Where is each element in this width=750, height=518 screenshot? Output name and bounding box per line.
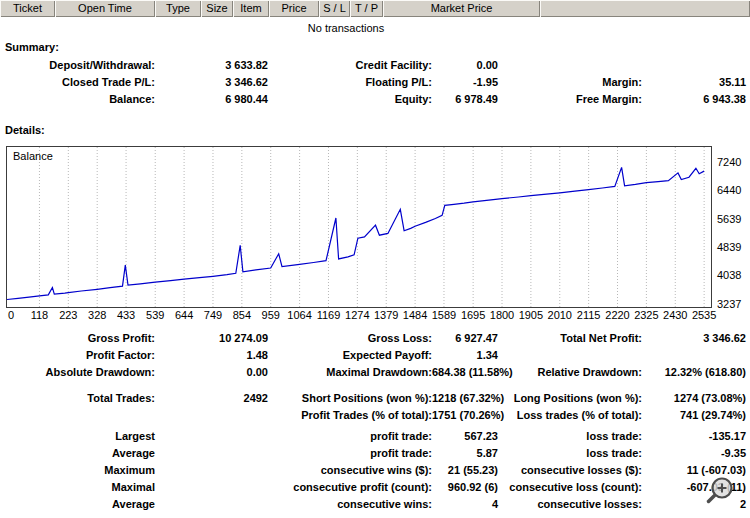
value: 1274 (73.08%) — [642, 390, 748, 407]
x-axis-label: 2115 — [577, 310, 601, 321]
table-header: TicketOpen TimeTypeSizeItemPriceS / LT /… — [0, 0, 750, 17]
label: Long Positions (won %): — [500, 390, 642, 407]
label: Absolute Drawdown: — [0, 364, 155, 381]
value: 0.00 — [432, 57, 500, 74]
header-cell-type: Type — [155, 0, 201, 17]
data-row: Maximumconsecutive wins ($):21 (55.23)co… — [0, 462, 748, 479]
chart-y-axis: 724064405639483940383237 — [717, 146, 750, 308]
value: 960.92 (6) — [432, 479, 500, 496]
x-axis-label: 223 — [59, 310, 77, 321]
data-row: Total Trades:2492Short Positions (won %)… — [0, 390, 748, 407]
value: 5.87 — [432, 445, 500, 462]
x-axis-label: 0 — [8, 310, 14, 321]
data-row: Profit Factor:1.48Expected Payoff:1.34 — [0, 347, 748, 364]
x-axis-label: 1589 — [432, 310, 456, 321]
summary-grid: Deposit/Withdrawal:3 633.82Credit Facili… — [0, 57, 748, 108]
header-cell-size: Size — [201, 0, 233, 17]
x-axis-label: 539 — [146, 310, 164, 321]
value: 6 978.49 — [432, 91, 500, 108]
header-cell-item: Item — [233, 0, 269, 17]
label: loss trade: — [500, 445, 642, 462]
header-cell-sl: S / L — [319, 0, 350, 17]
x-axis-label: 1169 — [317, 310, 341, 321]
data-row: Largestprofit trade:567.23loss trade:-13… — [0, 428, 748, 445]
y-axis-label: 7240 — [717, 157, 741, 168]
value: 3 633.82 — [155, 57, 270, 74]
data-row: Balance:6 980.44Equity:6 978.49Free Marg… — [0, 91, 748, 108]
value: 21 (55.23) — [432, 462, 500, 479]
value: 567.23 — [432, 428, 500, 445]
label: Average — [0, 445, 155, 462]
label: Maximum — [0, 462, 155, 479]
value — [155, 462, 270, 479]
label: Balance: — [0, 91, 155, 108]
value: -9.35 — [642, 445, 748, 462]
value: 6 943.38 — [642, 91, 748, 108]
value: 4 — [432, 496, 500, 513]
label: Relative Drawdown: — [500, 364, 642, 381]
label: Total Trades: — [0, 390, 155, 407]
label: Profit Factor: — [0, 347, 155, 364]
stats-grid: Gross Profit:10 274.09Gross Loss:6 927.4… — [0, 330, 748, 513]
label: Profit Trades (% of total): — [270, 407, 432, 424]
x-axis-label: 2010 — [548, 310, 572, 321]
x-axis-label: 644 — [175, 310, 193, 321]
zoom-in-icon[interactable] — [704, 476, 736, 508]
label: consecutive loss (count): — [500, 479, 642, 496]
chart-canvas — [7, 147, 711, 307]
value: 3 346.62 — [642, 330, 748, 347]
data-row: Closed Trade P/L:3 346.62Floating P/L:-1… — [0, 74, 748, 91]
value: -1.95 — [432, 74, 500, 91]
label: consecutive wins: — [270, 496, 432, 513]
label: consecutive wins ($): — [270, 462, 432, 479]
value: 1.34 — [432, 347, 500, 364]
value: 35.11 — [642, 74, 748, 91]
label: Maximal — [0, 479, 155, 496]
value — [155, 496, 270, 513]
label: Floating P/L: — [270, 74, 432, 91]
value: 741 (29.74%) — [642, 407, 748, 424]
label: Closed Trade P/L: — [0, 74, 155, 91]
value: 1.48 — [155, 347, 270, 364]
header-cell-ticket: Ticket — [0, 0, 55, 17]
x-axis-label: 328 — [88, 310, 106, 321]
value — [155, 407, 270, 424]
label: Credit Facility: — [270, 57, 432, 74]
label: Gross Profit: — [0, 330, 155, 347]
header-cell-open-time: Open Time — [55, 0, 155, 17]
value: 2492 — [155, 390, 270, 407]
x-axis-label: 1064 — [287, 310, 311, 321]
x-axis-label: 854 — [233, 310, 251, 321]
details-title: Details: — [5, 124, 45, 136]
x-axis-label: 2220 — [605, 310, 629, 321]
data-row: Maximalconsecutive profit (count):960.92… — [0, 479, 748, 496]
x-axis-label: 1800 — [490, 310, 514, 321]
label: Average — [0, 496, 155, 513]
data-row: Deposit/Withdrawal:3 633.82Credit Facili… — [0, 57, 748, 74]
balance-line — [7, 167, 704, 299]
y-axis-label: 5639 — [717, 214, 741, 225]
y-axis-label: 4839 — [717, 242, 741, 253]
value — [642, 57, 748, 74]
value: 10 274.09 — [155, 330, 270, 347]
summary-title: Summary: — [5, 41, 59, 53]
label: consecutive profit (count): — [270, 479, 432, 496]
label: Short Positions (won %): — [270, 390, 432, 407]
header-cell-market-price: Market Price — [383, 0, 540, 17]
header-cell-price: Price — [269, 0, 319, 17]
x-axis-label: 118 — [31, 310, 49, 321]
label — [0, 407, 155, 424]
label: loss trade: — [500, 428, 642, 445]
x-axis-label: 2430 — [663, 310, 687, 321]
value: 684.38 (11.58%) — [432, 364, 500, 381]
value — [155, 479, 270, 496]
value: 0.00 — [155, 364, 270, 381]
label: Margin: — [500, 74, 642, 91]
no-transactions-text: No transactions — [0, 22, 692, 34]
label — [500, 57, 642, 74]
value: 1218 (67.32%) — [432, 390, 500, 407]
balance-chart: Balance — [6, 146, 712, 308]
value — [155, 445, 270, 462]
value: 6 927.47 — [432, 330, 500, 347]
x-axis-label: 2535 — [692, 310, 716, 321]
